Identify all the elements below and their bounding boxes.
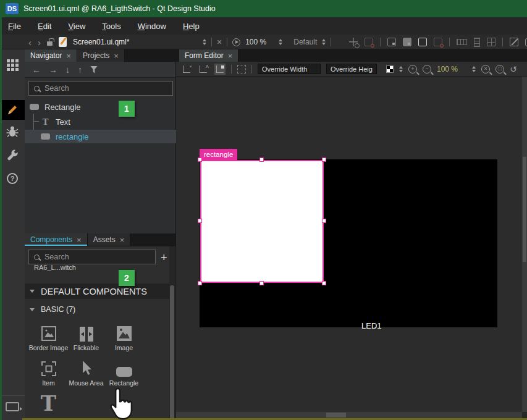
component-mouse-area[interactable]: Mouse Area xyxy=(67,358,105,387)
move-right-icon[interactable]: → xyxy=(49,65,57,74)
component-image[interactable]: Image xyxy=(105,323,143,351)
navigator-search[interactable] xyxy=(28,81,173,96)
close-icon[interactable]: × xyxy=(66,51,71,61)
reset-view-icon[interactable]: ↺ xyxy=(510,65,517,74)
zoom-selection-icon[interactable]: □ xyxy=(495,65,504,74)
column-layout-icon[interactable] xyxy=(474,38,480,47)
component-flickable[interactable]: Flickable xyxy=(67,323,105,351)
move-down-icon[interactable]: ↓ xyxy=(65,65,70,74)
zoom-in-icon[interactable]: + xyxy=(408,65,417,74)
resize-handle[interactable] xyxy=(198,281,202,285)
move-left-icon[interactable]: ← xyxy=(32,65,41,74)
row-layout-icon[interactable] xyxy=(457,39,467,45)
components-scrollbar[interactable] xyxy=(169,246,175,420)
run-button[interactable] xyxy=(232,38,240,46)
menu-help[interactable]: Help xyxy=(183,22,200,31)
nav-back-button[interactable]: ‹ xyxy=(28,38,32,47)
canvas-zoom-value[interactable]: 100 % xyxy=(437,65,458,74)
snapping-button[interactable] xyxy=(214,64,226,75)
components-search[interactable] xyxy=(28,250,156,264)
nav-forward-button[interactable]: › xyxy=(38,38,41,47)
selected-rectangle[interactable] xyxy=(200,160,324,283)
tab-navigator[interactable]: Navigator × xyxy=(25,49,77,62)
edit-document-icon[interactable] xyxy=(59,37,67,47)
menu-file[interactable]: File xyxy=(8,22,21,31)
menu-tools[interactable]: Tools xyxy=(102,22,120,31)
frame-refresh-icon[interactable] xyxy=(365,38,373,46)
scrollbar-thumb[interactable] xyxy=(170,285,174,420)
bounding-box-icon[interactable] xyxy=(418,38,427,46)
add-module-button[interactable]: + xyxy=(161,252,167,263)
frame-history-icon[interactable] xyxy=(434,38,442,46)
debug-mode-button[interactable] xyxy=(0,120,25,143)
app-zoom-value[interactable]: 100 % xyxy=(245,38,266,46)
component-border-image[interactable]: Border Image xyxy=(30,323,67,351)
zoom-spinner[interactable] xyxy=(279,39,282,45)
tree-item-text[interactable]: T Text xyxy=(25,115,176,128)
no-snapping-button[interactable]: × xyxy=(181,64,192,75)
grid-layout-icon[interactable] xyxy=(487,38,495,46)
clipped-category-label[interactable]: RA6_L...witch xyxy=(34,264,76,272)
resize-handle[interactable] xyxy=(322,281,326,285)
form-editor-canvas[interactable]: LED1 rectangle xyxy=(176,77,527,412)
show-bounds-icon[interactable] xyxy=(237,65,246,74)
tree-item-rectangle-root[interactable]: Rectangle xyxy=(25,100,176,114)
tab-assets[interactable]: Assets × xyxy=(88,233,131,246)
annotation-icon[interactable] xyxy=(510,38,518,46)
close-icon[interactable]: × xyxy=(120,235,125,245)
menu-window[interactable]: Window xyxy=(138,22,166,31)
resize-handle[interactable] xyxy=(259,281,264,285)
tools-button[interactable] xyxy=(0,143,25,167)
canvas-color-spinner[interactable] xyxy=(399,66,403,72)
close-file-button[interactable]: × xyxy=(217,38,222,46)
override-width-field[interactable] xyxy=(258,64,321,74)
resize-handle[interactable] xyxy=(198,219,202,223)
override-width-input[interactable] xyxy=(262,65,316,73)
zoom-fit-icon[interactable]: × xyxy=(481,65,490,74)
close-icon[interactable]: × xyxy=(228,51,233,61)
snap-anchors-button[interactable]: A xyxy=(198,64,209,75)
design-mode-button[interactable] xyxy=(0,100,25,120)
scrollbar-thumb[interactable] xyxy=(523,157,526,262)
override-height-input[interactable] xyxy=(331,65,373,73)
file-spinner[interactable] xyxy=(203,39,206,45)
paste-component-icon[interactable] xyxy=(403,38,411,46)
resize-handle[interactable] xyxy=(198,158,202,162)
override-height-field[interactable] xyxy=(326,64,377,74)
resize-handle[interactable] xyxy=(322,158,326,162)
device-selector-button[interactable] xyxy=(0,395,25,418)
canvas-color-icon[interactable] xyxy=(386,65,394,73)
resize-handle[interactable] xyxy=(322,219,326,223)
tree-item-rectangle-child[interactable]: rectangle xyxy=(25,130,176,143)
section-basic[interactable]: BASIC (7) xyxy=(25,303,171,316)
component-text[interactable]: T xyxy=(30,393,67,414)
resize-handle[interactable] xyxy=(259,158,264,162)
style-spinner[interactable] xyxy=(322,39,326,45)
filter-icon[interactable] xyxy=(90,66,98,74)
unlock-icon[interactable] xyxy=(47,41,53,46)
close-icon[interactable]: × xyxy=(77,235,82,245)
tab-projects[interactable]: Projects × xyxy=(77,49,125,62)
zoom-out-icon[interactable]: − xyxy=(423,65,431,74)
section-default-components[interactable]: DEFAULT COMPONENTS xyxy=(25,284,171,299)
tab-form-editor[interactable]: Form Editor × xyxy=(179,49,238,62)
canvas-horizontal-scrollbar[interactable] xyxy=(176,412,522,418)
edit-mode-button[interactable] xyxy=(0,77,25,100)
canvas-vertical-scrollbar[interactable] xyxy=(522,77,527,412)
menu-view[interactable]: View xyxy=(68,22,85,31)
component-rectangle[interactable]: Rectangle xyxy=(105,358,143,387)
close-icon[interactable]: × xyxy=(114,51,119,61)
component-item[interactable]: Item xyxy=(30,358,67,387)
canvas-zoom-spinner[interactable] xyxy=(472,66,476,72)
tab-components[interactable]: Components × xyxy=(25,233,88,246)
menu-edit[interactable]: Edit xyxy=(38,22,51,31)
search-input[interactable] xyxy=(44,253,150,261)
style-selector[interactable]: Default xyxy=(293,38,317,46)
copy-component-icon[interactable] xyxy=(387,38,396,46)
scrollbar-thumb[interactable] xyxy=(326,413,346,418)
export-component-icon[interactable] xyxy=(349,38,358,46)
move-up-icon[interactable]: ↑ xyxy=(78,65,82,74)
help-button[interactable]: ? xyxy=(0,167,25,190)
search-input[interactable] xyxy=(44,84,167,93)
current-file-name[interactable]: Screen01.ui.qml* xyxy=(73,38,129,46)
